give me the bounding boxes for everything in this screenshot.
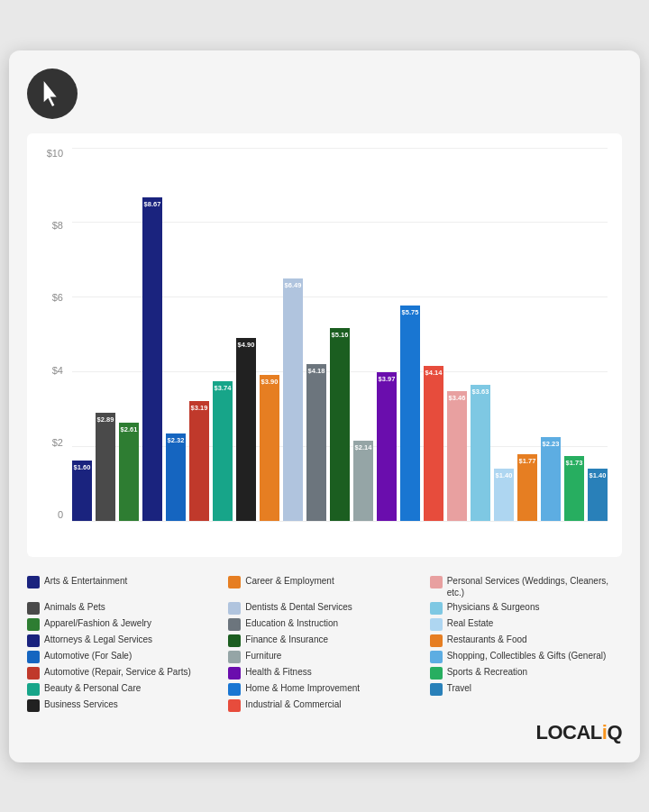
y-label-4: $4 — [52, 365, 63, 376]
legend-item: Career & Employment — [228, 575, 420, 598]
bar: $5.75 — [400, 306, 420, 520]
legend-color-swatch — [430, 618, 443, 631]
bar: $3.63 — [471, 385, 490, 520]
bar: $8.67 — [142, 197, 162, 521]
legend-color-swatch — [27, 651, 40, 663]
bar-group: $2.61 — [119, 148, 139, 521]
bar-group: $2.89 — [96, 148, 115, 521]
legend: Arts & Entertainment Career & Employment… — [27, 575, 622, 712]
bar-value: $1.77 — [519, 454, 536, 465]
bar-group: $4.14 — [424, 148, 443, 521]
legend-color-swatch — [430, 576, 443, 588]
legend-label: Attorneys & Legal Services — [44, 634, 152, 645]
bar-value: $3.19 — [191, 401, 208, 412]
y-label-8: $8 — [52, 220, 63, 231]
bar-value: $4.18 — [308, 364, 325, 375]
bar-group: $5.16 — [330, 148, 350, 521]
legend-label: Industrial & Commercial — [245, 698, 341, 710]
legend-item: Travel — [430, 682, 622, 696]
bar: $6.49 — [283, 278, 303, 521]
bar: $3.46 — [447, 391, 467, 520]
legend-color-swatch — [27, 699, 40, 712]
bar-group: $3.63 — [471, 148, 490, 521]
legend-color-swatch — [430, 634, 443, 647]
bar-value: $4.90 — [238, 338, 255, 349]
bar-value: $1.73 — [566, 456, 583, 467]
legend-item: Animals & Pets — [27, 601, 219, 615]
bar-value: $1.40 — [496, 469, 513, 479]
legend-label: Arts & Entertainment — [44, 575, 127, 587]
legend-color-swatch — [228, 576, 241, 588]
legend-item: Physicians & Surgeons — [430, 601, 622, 615]
legend-item: Automotive (For Sale) — [27, 650, 219, 663]
legend-item: Beauty & Personal Care — [27, 682, 219, 696]
legend-label: Travel — [447, 682, 471, 694]
bar-group: $3.74 — [213, 148, 233, 521]
legend-color-swatch — [27, 634, 40, 647]
bar-value: $2.23 — [543, 437, 560, 448]
legend-color-swatch — [27, 576, 40, 588]
legend-label: Home & Home Improvement — [245, 682, 360, 694]
bar-group: $3.19 — [189, 148, 209, 521]
brand-logo: LOCALiQ — [27, 721, 622, 744]
legend-color-swatch — [228, 602, 241, 615]
legend-color-swatch — [27, 683, 40, 696]
legend-label: Automotive (For Sale) — [44, 650, 132, 661]
legend-label: Apparel/Fashion & Jewelry — [44, 617, 151, 629]
legend-label: Sports & Recreation — [447, 666, 528, 678]
legend-item: Personal Services (Weddings, Cleaners, e… — [430, 575, 622, 598]
y-label-6: $6 — [52, 292, 63, 303]
bar-value: $5.75 — [402, 306, 419, 316]
legend-item: Business Services — [27, 698, 219, 712]
bar: $3.74 — [213, 381, 233, 521]
bar-value: $2.32 — [168, 433, 185, 444]
bar-group: $3.90 — [260, 148, 279, 521]
bar-group: $3.46 — [447, 148, 467, 521]
bar-group: $1.40 — [588, 148, 608, 521]
bar-value: $3.97 — [379, 372, 396, 383]
legend-label: Restaurants & Food — [447, 634, 527, 645]
legend-item: Arts & Entertainment — [27, 575, 219, 598]
legend-color-swatch — [228, 618, 241, 631]
bar: $1.40 — [494, 469, 514, 521]
bar-value: $5.16 — [332, 328, 349, 339]
bar: $2.32 — [166, 433, 186, 520]
legend-label: Business Services — [44, 698, 118, 710]
legend-item: Real Estate — [430, 617, 622, 631]
legend-color-swatch — [430, 667, 443, 680]
bar: $3.97 — [377, 372, 397, 520]
bar-value: $1.40 — [590, 469, 607, 479]
bar-group: $4.90 — [236, 148, 256, 521]
legend-label: Beauty & Personal Care — [44, 682, 141, 694]
legend-color-swatch — [430, 651, 443, 663]
legend-label: Animals & Pets — [44, 601, 105, 613]
bar-value: $2.61 — [121, 423, 138, 433]
legend-color-swatch — [228, 699, 241, 712]
header — [27, 68, 622, 119]
bar: $1.77 — [517, 454, 537, 520]
legend-item: Finance & Insurance — [228, 634, 420, 647]
legend-item: Industrial & Commercial — [228, 698, 420, 712]
bar-value: $4.14 — [425, 366, 443, 377]
bar-group: $1.77 — [517, 148, 537, 521]
legend-item: Home & Home Improvement — [228, 682, 420, 696]
bar: $4.14 — [424, 366, 443, 520]
bar: $5.16 — [330, 328, 350, 521]
legend-label: Personal Services (Weddings, Cleaners, e… — [447, 575, 622, 598]
legend-label: Shopping, Collectibles & Gifts (General) — [447, 650, 607, 661]
grid-line-0 — [72, 521, 608, 522]
legend-label: Career & Employment — [245, 575, 334, 587]
bar-value: $3.74 — [215, 381, 232, 392]
legend-item: Health & Fitness — [228, 666, 420, 680]
main-card: $10 $8 $6 $4 $2 0 $1.60 $2.89 $2.61 — [9, 50, 640, 762]
legend-label: Dentists & Dental Services — [245, 601, 352, 613]
legend-item: Furniture — [228, 650, 420, 663]
legend-label: Education & Instruction — [245, 617, 338, 629]
legend-item: Shopping, Collectibles & Gifts (General) — [430, 650, 622, 663]
bar-group: $1.40 — [494, 148, 514, 521]
bar: $1.60 — [72, 461, 92, 520]
cursor-svg — [40, 81, 65, 106]
legend-color-swatch — [228, 634, 241, 647]
bar-group: $2.14 — [353, 148, 373, 521]
y-label-0: 0 — [58, 509, 63, 520]
